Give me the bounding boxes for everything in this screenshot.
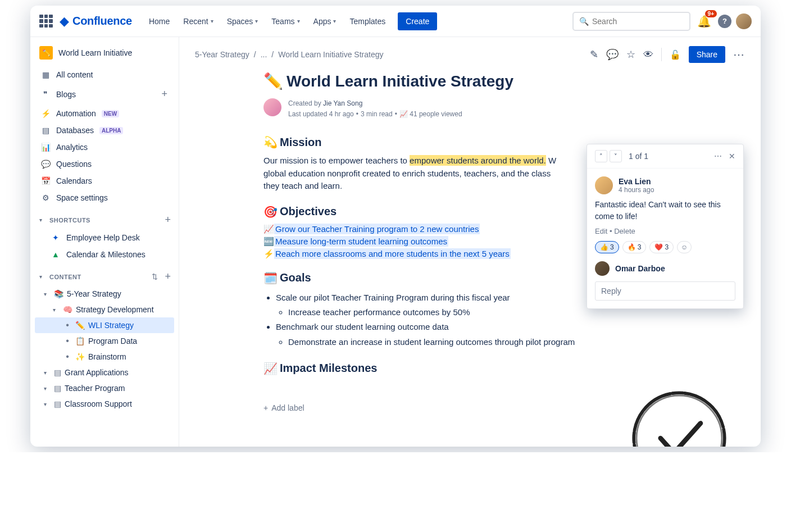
plus-icon[interactable]: + xyxy=(163,270,172,284)
books-icon: 📚 xyxy=(54,289,63,298)
notifications-button[interactable]: 🔔 9+ xyxy=(695,12,713,30)
brand-text: Confluence xyxy=(72,15,132,28)
sidebar-blogs[interactable]: ❞Blogs+ xyxy=(35,83,174,105)
plus-icon[interactable]: + xyxy=(160,87,169,101)
help-button[interactable]: ? xyxy=(718,15,731,28)
chevron-down-icon[interactable]: ▾ xyxy=(39,291,51,297)
top-nav: ◆ Confluence Home Recent▾ Spaces▾ Teams▾… xyxy=(30,6,761,37)
tree-item-teacher-program[interactable]: ▾▤Teacher Program xyxy=(35,380,174,396)
next-comment-button[interactable]: ˅ xyxy=(610,150,622,162)
sidebar-automation[interactable]: ⚡AutomationNEW xyxy=(35,105,174,122)
chevron-down-icon: ▾ xyxy=(255,18,258,24)
sidebar-analytics[interactable]: 📊Analytics xyxy=(35,139,174,156)
drive-icon: ▲ xyxy=(51,250,61,259)
search-box[interactable]: 🔍 xyxy=(572,12,690,31)
tree-item-wli-strategy[interactable]: •✏️WLI Strategy xyxy=(35,317,174,333)
commenter-avatar[interactable] xyxy=(595,176,613,194)
main-content: 5-Year Strategy/ .../ World Learn Initia… xyxy=(179,37,761,447)
breadcrumb-link[interactable]: 5-Year Strategy xyxy=(195,50,249,59)
commenter-time: 4 hours ago xyxy=(619,186,654,194)
new-badge: NEW xyxy=(102,110,119,117)
bullet-icon: • xyxy=(63,352,72,361)
plus-icon[interactable]: + xyxy=(163,213,172,227)
tree-item-strategy-dev[interactable]: ▾🧠Strategy Development xyxy=(35,302,174,317)
author-avatar[interactable] xyxy=(263,98,281,116)
chevron-down-icon[interactable]: ▾ xyxy=(39,370,51,376)
profile-avatar[interactable] xyxy=(736,13,752,29)
create-button[interactable]: Create xyxy=(398,12,437,30)
sidebar: ✏️ World Learn Initiative ▦All content ❞… xyxy=(30,37,179,447)
reaction-fire[interactable]: 🔥3 xyxy=(622,241,647,253)
grid-icon: ▦ xyxy=(40,70,51,79)
impact-heading: 📈Impact Milestones xyxy=(263,362,685,375)
tree-item-brainstorm[interactable]: •✨Brainstorm xyxy=(35,349,174,365)
edit-comment-button[interactable]: Edit xyxy=(595,227,607,235)
filter-icon[interactable]: ⇅ xyxy=(149,271,160,282)
highlighted-text[interactable]: empower students around the world. xyxy=(410,155,546,166)
more-icon[interactable]: ⋯ xyxy=(733,48,745,61)
sidebar-calendars[interactable]: 📅Calendars xyxy=(35,172,174,189)
shortcuts-section: ▾ SHORTCUTS + xyxy=(30,206,179,229)
lock-icon[interactable]: 🔓 xyxy=(670,49,681,60)
jira-icon: ✦ xyxy=(51,233,61,242)
watch-icon[interactable]: 👁 xyxy=(643,49,653,61)
edit-icon[interactable]: ✎ xyxy=(590,48,598,61)
comment-count: 1 of 1 xyxy=(629,152,648,161)
chevron-down-icon[interactable]: ▾ xyxy=(48,307,60,313)
views-icon: 📈 xyxy=(399,110,408,118)
sidebar-databases[interactable]: ▤DatabasesALPHA xyxy=(35,122,174,139)
chevron-down-icon[interactable]: ▾ xyxy=(39,385,51,392)
pencil-icon: ✏️ xyxy=(263,72,283,90)
share-button[interactable]: Share xyxy=(689,46,725,63)
search-icon: 🔍 xyxy=(579,17,589,26)
shortcut-item[interactable]: ▲Calendar & Milestones xyxy=(35,246,174,263)
tree-item-classroom-support[interactable]: ▾▤Classroom Support xyxy=(35,396,174,412)
tree-item-grant-apps[interactable]: ▾▤Grant Applications xyxy=(35,365,174,380)
breadcrumb-ellipsis[interactable]: ... xyxy=(261,50,267,59)
nav-apps[interactable]: Apps▾ xyxy=(308,12,342,30)
add-label-button[interactable]: +Add label xyxy=(263,403,685,412)
bullet-icon: • xyxy=(63,337,72,345)
search-input[interactable] xyxy=(592,17,684,26)
more-icon[interactable]: ⋯ xyxy=(714,152,722,161)
prev-comment-button[interactable]: ˄ xyxy=(595,150,607,162)
chevron-down-icon: ▾ xyxy=(333,18,336,24)
reaction-thumbs-up[interactable]: 👍3 xyxy=(595,241,619,253)
nav-templates[interactable]: Templates xyxy=(344,12,391,30)
list-item: Benchmark our student learning outcome d… xyxy=(276,320,685,349)
chevron-down-icon[interactable]: ▾ xyxy=(35,271,46,283)
star-icon[interactable]: ☆ xyxy=(626,48,635,61)
chevron-down-icon[interactable]: ▾ xyxy=(35,215,46,226)
page-title: ✏️World Learn Initiative Strategy xyxy=(263,72,685,90)
comment-text: Fantastic idea! Can't wait to see this c… xyxy=(595,199,735,222)
reaction-heart[interactable]: ❤️3 xyxy=(649,241,674,253)
nav-spaces[interactable]: Spaces▾ xyxy=(221,12,264,30)
tree-item-5-year-strategy[interactable]: ▾📚5-Year Strategy xyxy=(35,286,174,302)
space-name: World Learn Initiative xyxy=(58,48,132,57)
commenter-name[interactable]: Eva Lien xyxy=(619,177,654,186)
sidebar-space-settings[interactable]: ⚙Space settings xyxy=(35,189,174,206)
delete-comment-button[interactable]: Delete xyxy=(614,227,635,235)
nav-recent[interactable]: Recent▾ xyxy=(178,12,219,30)
tree-item-program-data[interactable]: •📋Program Data xyxy=(35,333,174,349)
breadcrumb-current: World Learn Initiative Strategy xyxy=(278,50,383,59)
sidebar-questions[interactable]: 💬Questions xyxy=(35,156,174,172)
app-switcher-icon[interactable] xyxy=(39,15,53,28)
add-reaction-button[interactable]: ☺ xyxy=(677,241,692,253)
sidebar-all-content[interactable]: ▦All content xyxy=(35,66,174,83)
nav-home[interactable]: Home xyxy=(143,12,175,30)
brain-icon: 🧠 xyxy=(63,305,72,314)
comment-panel: ˄ ˅ 1 of 1 ⋯ ✕ Eva Lien 4 hours ago xyxy=(587,144,744,309)
shortcut-item[interactable]: ✦Employee Help Desk xyxy=(35,229,174,246)
notifications-badge: 9+ xyxy=(705,10,717,17)
alpha-badge: ALPHA xyxy=(99,127,123,134)
space-header[interactable]: ✏️ World Learn Initiative xyxy=(30,37,179,66)
comments-icon[interactable]: 💬 xyxy=(606,48,619,61)
bolt-icon: ⚡ xyxy=(40,109,51,118)
author-link[interactable]: Jie Yan Song xyxy=(323,99,362,107)
close-icon[interactable]: ✕ xyxy=(729,152,735,161)
brand[interactable]: ◆ Confluence xyxy=(60,14,132,29)
nav-teams[interactable]: Teams▾ xyxy=(266,12,305,30)
chevron-down-icon[interactable]: ▾ xyxy=(39,401,51,407)
reply-input[interactable]: Reply xyxy=(595,281,735,301)
